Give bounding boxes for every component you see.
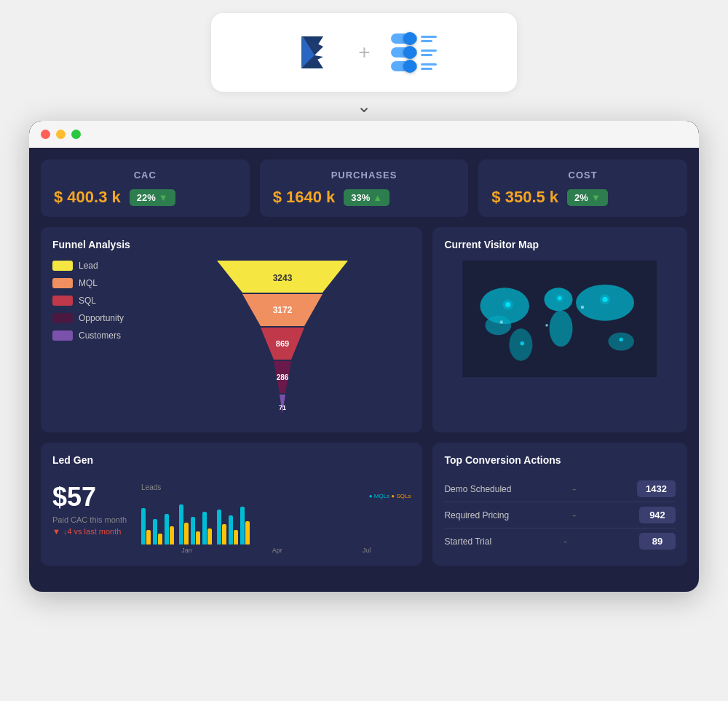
ledgen-value: $57 [52, 482, 127, 512]
conversion-card: Top Conversion Actions Demo Scheduled - … [432, 443, 687, 566]
world-map-svg [444, 261, 676, 377]
legend-sql: SQL [52, 296, 147, 306]
cost-card: COST $ 350.5 k 2% ▼ [478, 159, 687, 217]
ledgen-title: Led Gen [52, 454, 411, 466]
svg-point-25 [620, 338, 623, 341]
svg-point-26 [521, 341, 524, 345]
cac-badge: 22% ▼ [130, 189, 175, 206]
cost-value: $ 350.5 k [491, 188, 558, 207]
window-minimize-dot[interactable] [56, 130, 66, 139]
bars-container [141, 501, 411, 544]
conversion-label-demo: Demo Scheduled [444, 484, 511, 494]
ledgen-subtitle: Paid CAC this month [52, 515, 127, 524]
cost-badge: 2% ▼ [567, 189, 608, 206]
world-map [444, 261, 676, 377]
svg-text:3243: 3243 [273, 273, 293, 283]
chart-x-labels: Jan Apr Jul [141, 547, 411, 554]
ledgen-card: Led Gen $57 Paid CAC this month ▼▼ ↓4 vs… [41, 443, 422, 566]
legend-opportunity: Opportunity [52, 313, 147, 323]
conversion-item-demo: Demo Scheduled - 1432 [444, 476, 676, 502]
svg-point-31 [600, 294, 610, 304]
conversion-item-pricing: Required Pricing - 942 [444, 502, 676, 528]
purchases-card: PURCHASES $ 1640 k 33% ▲ [260, 159, 469, 217]
conversion-value-demo: 1432 [637, 480, 676, 497]
purchases-value: $ 1640 k [273, 188, 336, 207]
conversion-value-pricing: 942 [639, 507, 676, 523]
bottom-row: Led Gen $57 Paid CAC this month ▼▼ ↓4 vs… [41, 443, 687, 566]
map-card: Current Visitor Map [432, 227, 687, 432]
conversion-label-pricing: Required Pricing [444, 510, 509, 520]
svg-text:71: 71 [279, 404, 286, 411]
svg-point-29 [500, 320, 503, 323]
svg-point-30 [503, 299, 513, 309]
map-title: Current Visitor Map [444, 239, 676, 250]
stats-row: CAC $ 400.3 k 22% ▼ PURCHASES $ 1640 k 3… [41, 159, 687, 217]
legend-mql: MQL [52, 278, 147, 288]
svg-text:286: 286 [277, 373, 289, 381]
svg-point-16 [486, 316, 512, 336]
legend-lead: Lead [52, 261, 147, 271]
dashboard-content: CAC $ 400.3 k 22% ▼ PURCHASES $ 1640 k 3… [29, 148, 699, 577]
dashboard-window: CAC $ 400.3 k 22% ▼ PURCHASES $ 1640 k 3… [29, 121, 699, 592]
cac-value: $ 400.3 k [54, 188, 121, 207]
flow-arrow: ⌄ [357, 96, 371, 116]
cac-label: CAC [54, 170, 237, 181]
cost-label: COST [491, 170, 674, 181]
funnel-title: Funnel Analysis [52, 239, 411, 250]
middle-row: Funnel Analysis Lead MQL SQL [41, 227, 687, 432]
svg-point-28 [546, 324, 549, 327]
dynamics-logo [291, 29, 338, 76]
svg-text:869: 869 [276, 339, 289, 348]
cac-card: CAC $ 400.3 k 22% ▼ [41, 159, 250, 217]
plus-separator: + [358, 41, 370, 64]
integration-banner: + [211, 13, 517, 92]
svg-point-27 [581, 306, 584, 309]
funnel-svg: 3243 3172 869 286 71 [210, 261, 355, 421]
conversion-label-trial: Started Trial [444, 536, 491, 547]
svg-text:3172: 3172 [273, 305, 293, 315]
conversion-list: Demo Scheduled - 1432 Required Pricing -… [444, 476, 676, 554]
conversion-value-trial: 89 [639, 533, 676, 550]
conversion-title: Top Conversion Actions [444, 454, 676, 466]
svg-point-32 [556, 294, 564, 302]
conversion-item-trial: Started Trial - 89 [444, 528, 676, 554]
chart-label: Leads [141, 483, 411, 491]
legend-customers: Customers [52, 330, 147, 341]
window-close-dot[interactable] [41, 130, 50, 139]
svg-point-19 [550, 310, 573, 346]
funnel-card: Funnel Analysis Lead MQL SQL [41, 227, 422, 432]
ledgen-change: ▼▼ ↓4 vs last month ↓4 vs last month [52, 527, 127, 536]
toggle-app-logo [391, 33, 437, 71]
mini-bar-chart: Leads ● MQLs ● SQLs [141, 483, 411, 554]
purchases-label: PURCHASES [273, 170, 456, 181]
purchases-badge: 33% ▲ [344, 189, 389, 206]
window-maximize-dot[interactable] [71, 130, 81, 139]
funnel-legend: Lead MQL SQL Opportunity [52, 261, 147, 341]
window-chrome [29, 121, 699, 148]
